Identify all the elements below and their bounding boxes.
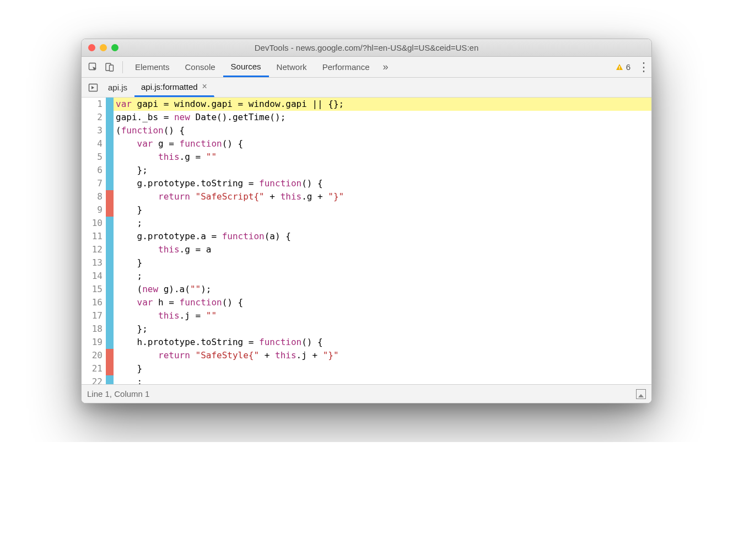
coverage-covered: [106, 177, 114, 190]
code-text: this.j = "": [114, 309, 651, 322]
code-text: };: [114, 164, 651, 177]
titlebar: DevTools - news.google.com/?hl=en-US&gl=…: [82, 39, 651, 57]
line-number[interactable]: 9: [82, 203, 106, 217]
code-line[interactable]: 10 ;: [82, 217, 651, 230]
line-number[interactable]: 8: [82, 190, 106, 203]
coverage-covered: [106, 322, 114, 336]
coverage-covered: [106, 111, 114, 124]
line-number[interactable]: 19: [82, 336, 106, 349]
tabs-overflow-button[interactable]: »: [378, 59, 394, 76]
code-line[interactable]: 2gapi._bs = new Date().getTime();: [82, 111, 651, 124]
show-drawer-icon[interactable]: [636, 389, 646, 399]
close-window-button[interactable]: [88, 44, 95, 51]
code-line[interactable]: 9 }: [82, 203, 651, 217]
filetab-api-js-formatted[interactable]: api.js:formatted×: [134, 78, 214, 97]
line-number[interactable]: 22: [82, 375, 106, 384]
tab-elements[interactable]: Elements: [127, 57, 177, 77]
separator: [122, 61, 123, 73]
tab-performance[interactable]: Performance: [315, 57, 378, 77]
code-line[interactable]: 17 this.j = "": [82, 309, 651, 322]
svg-rect-3: [619, 66, 619, 68]
code-line[interactable]: 6 };: [82, 164, 651, 177]
line-number[interactable]: 7: [82, 177, 106, 190]
svg-rect-4: [619, 68, 619, 69]
line-number[interactable]: 11: [82, 230, 106, 243]
close-icon[interactable]: ×: [202, 82, 207, 91]
inspect-icon[interactable]: [85, 59, 101, 76]
code-line[interactable]: 21 }: [82, 362, 651, 375]
device-toolbar-icon[interactable]: [101, 59, 118, 76]
zoom-window-button[interactable]: [111, 44, 118, 51]
tab-sources[interactable]: Sources: [223, 57, 269, 77]
coverage-uncovered: [106, 349, 114, 362]
code-line[interactable]: 5 this.g = "": [82, 150, 651, 164]
coverage-covered: [106, 375, 114, 384]
devtools-window: DevTools - news.google.com/?hl=en-US&gl=…: [81, 39, 652, 403]
coverage-covered: [106, 270, 114, 283]
code-line[interactable]: 16 var h = function() {: [82, 296, 651, 309]
coverage-uncovered: [106, 362, 114, 375]
code-line[interactable]: 8 return "SafeScript{" + this.g + "}": [82, 190, 651, 203]
line-number[interactable]: 5: [82, 150, 106, 164]
filetab-label: api.js:formatted: [141, 82, 198, 91]
window-controls: [88, 44, 118, 51]
coverage-covered: [106, 98, 114, 111]
code-text: g.prototype.a = function(a) {: [114, 230, 651, 243]
line-number[interactable]: 13: [82, 256, 106, 270]
line-number[interactable]: 2: [82, 111, 106, 124]
code-line[interactable]: 3(function() {: [82, 124, 651, 137]
code-text: }: [114, 362, 651, 375]
line-number[interactable]: 15: [82, 283, 106, 296]
code-line[interactable]: 7 g.prototype.toString = function() {: [82, 177, 651, 190]
code-line[interactable]: 18 };: [82, 322, 651, 336]
line-number[interactable]: 10: [82, 217, 106, 230]
line-number[interactable]: 14: [82, 270, 106, 283]
code-line[interactable]: 12 this.g = a: [82, 243, 651, 256]
code-text: this.g = a: [114, 243, 651, 256]
coverage-uncovered: [106, 190, 114, 203]
cursor-position: Line 1, Column 1: [87, 389, 149, 399]
line-number[interactable]: 18: [82, 322, 106, 336]
file-tabstrip: api.jsapi.js:formatted×: [82, 78, 651, 98]
code-line[interactable]: 14 ;: [82, 270, 651, 283]
coverage-covered: [106, 150, 114, 164]
line-number[interactable]: 6: [82, 164, 106, 177]
coverage-covered: [106, 164, 114, 177]
navigator-toggle-icon[interactable]: [85, 79, 101, 96]
code-text: h.prototype.toString = function() {: [114, 336, 651, 349]
code-line[interactable]: 20 return "SafeStyle{" + this.j + "}": [82, 349, 651, 362]
code-text: (new g).a("");: [114, 283, 651, 296]
coverage-covered: [106, 217, 114, 230]
tab-console[interactable]: Console: [177, 57, 223, 77]
line-number[interactable]: 21: [82, 362, 106, 375]
code-text: ;: [114, 375, 651, 384]
line-number[interactable]: 1: [82, 98, 106, 111]
tab-network[interactable]: Network: [269, 57, 315, 77]
code-line[interactable]: 11 g.prototype.a = function(a) {: [82, 230, 651, 243]
kebab-menu-icon[interactable]: ⋮: [636, 60, 651, 74]
line-number[interactable]: 3: [82, 124, 106, 137]
source-editor[interactable]: 1var gapi = window.gapi = window.gapi ||…: [82, 98, 651, 384]
window-title: DevTools - news.google.com/?hl=en-US&gl=…: [82, 43, 651, 52]
line-number[interactable]: 20: [82, 349, 106, 362]
code-line[interactable]: 1var gapi = window.gapi = window.gapi ||…: [82, 98, 651, 111]
line-number[interactable]: 4: [82, 137, 106, 150]
warnings-counter[interactable]: 6: [616, 62, 630, 72]
code-line[interactable]: 4 var g = function() {: [82, 137, 651, 150]
line-number[interactable]: 16: [82, 296, 106, 309]
line-number[interactable]: 12: [82, 243, 106, 256]
minimize-window-button[interactable]: [100, 44, 107, 51]
status-bar: Line 1, Column 1: [82, 384, 651, 403]
code-line[interactable]: 15 (new g).a("");: [82, 283, 651, 296]
coverage-covered: [106, 283, 114, 296]
code-text: }: [114, 203, 651, 217]
svg-rect-2: [110, 65, 114, 71]
coverage-covered: [106, 336, 114, 349]
code-line[interactable]: 22 ;: [82, 375, 651, 384]
code-line[interactable]: 13 }: [82, 256, 651, 270]
code-line[interactable]: 19 h.prototype.toString = function() {: [82, 336, 651, 349]
line-number[interactable]: 17: [82, 309, 106, 322]
filetab-api-js[interactable]: api.js: [101, 78, 134, 97]
coverage-covered: [106, 256, 114, 270]
warnings-count: 6: [626, 62, 630, 72]
